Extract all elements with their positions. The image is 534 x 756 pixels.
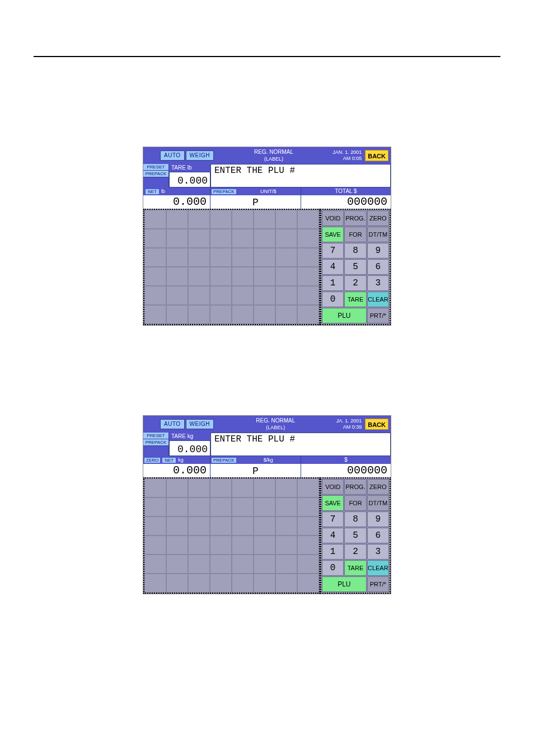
total-label: $ <box>301 456 391 464</box>
tare-label: TARE kg <box>169 433 210 440</box>
key-4[interactable]: 4 <box>322 259 344 275</box>
net-weight-box: ZERO NET kg 0.000 <box>143 456 210 477</box>
page-divider <box>34 56 500 57</box>
plu-key[interactable]: PLU <box>322 308 367 323</box>
zero-key[interactable]: ZERO <box>367 479 389 495</box>
time-text: AM 0:39 <box>336 424 362 430</box>
total-label: TOTAL $ <box>301 187 391 195</box>
net-unit: kg <box>178 457 184 463</box>
scale-screen-kg: AUTO WEIGH REG. NORMAL (LABEL) JA. 1. 20… <box>143 415 391 594</box>
reg-line1: REG. NORMAL <box>256 417 295 424</box>
datetime-label: JAN. 1. 2001 AM 0:05 <box>332 149 362 162</box>
key-5[interactable]: 5 <box>344 259 366 275</box>
prepack-pill: PREPACK <box>143 439 168 446</box>
register-mode-label: REG. NORMAL (LABEL) <box>215 149 332 162</box>
key-8[interactable]: 8 <box>344 511 366 527</box>
void-key[interactable]: VOID <box>322 210 344 226</box>
zero-key[interactable]: ZERO <box>367 210 389 226</box>
date-text: JA. 1. 2001 <box>336 418 362 424</box>
scale-screen-lb: AUTO WEIGH REG. NORMAL (LABEL) JAN. 1. 2… <box>143 147 391 326</box>
unit-price-value: P <box>210 464 301 477</box>
tare-value: 0.000 <box>169 440 210 456</box>
reg-line2: (LABEL) <box>215 156 332 162</box>
key-8[interactable]: 8 <box>344 243 366 259</box>
reg-line1: REG. NORMAL <box>254 149 293 155</box>
total-value: 000000 <box>301 464 391 477</box>
numeric-keypad: VOID PROG. ZERO SAVE FOR DT/TM 7 8 9 4 5… <box>320 209 391 325</box>
datetime-label: JA. 1. 2001 AM 0:39 <box>336 418 362 430</box>
preset-key-grid[interactable] <box>143 477 320 594</box>
auto-button[interactable]: AUTO <box>160 151 185 161</box>
net-value: 0.000 <box>143 464 210 477</box>
plu-key[interactable]: PLU <box>322 576 367 592</box>
tare-box: TARE lb 0.000 <box>169 164 210 187</box>
tare-box: TARE kg 0.000 <box>169 433 210 456</box>
dttm-key[interactable]: DT/TM <box>367 227 389 242</box>
clear-key[interactable]: CLEAR <box>367 560 389 576</box>
key-3[interactable]: 3 <box>367 544 389 560</box>
preset-pill: PRESET <box>143 433 168 439</box>
weigh-button[interactable]: WEIGH <box>186 419 214 429</box>
time-text: AM 0:05 <box>332 156 362 162</box>
plu-prompt: ENTER THE PLU # <box>211 165 390 177</box>
tare-key[interactable]: TARE <box>344 292 366 307</box>
key-9[interactable]: 9 <box>367 511 389 527</box>
auto-button[interactable]: AUTO <box>160 419 185 429</box>
tare-value: 0.000 <box>169 172 210 187</box>
register-mode-label: REG. NORMAL (LABEL) <box>215 417 336 431</box>
unit-price-box: PREPACK $/kg P <box>210 456 301 477</box>
prog-key[interactable]: PROG. <box>344 210 366 226</box>
save-key[interactable]: SAVE <box>322 495 344 511</box>
void-key[interactable]: VOID <box>322 479 344 495</box>
net-unit: lb <box>161 189 165 194</box>
save-key[interactable]: SAVE <box>322 227 344 242</box>
key-1[interactable]: 1 <box>322 544 344 560</box>
clear-key[interactable]: CLEAR <box>367 292 389 307</box>
key-1[interactable]: 1 <box>322 275 344 291</box>
prt-key[interactable]: PRT/* <box>367 308 389 323</box>
header-bar: AUTO WEIGH REG. NORMAL (LABEL) JAN. 1. 2… <box>143 147 391 164</box>
unit-price-label: UNIT/$ <box>236 189 301 194</box>
for-key[interactable]: FOR <box>344 227 366 242</box>
key-3[interactable]: 3 <box>367 275 389 291</box>
weigh-button[interactable]: WEIGH <box>186 151 214 161</box>
zero-pill: ZERO <box>144 458 160 463</box>
preset-prepack-col: PRESET PREPACK <box>143 433 169 456</box>
key-6[interactable]: 6 <box>367 528 389 543</box>
preset-key-grid[interactable] <box>143 209 320 325</box>
for-key[interactable]: FOR <box>344 495 366 511</box>
total-price-box: $ 000000 <box>301 456 391 477</box>
tare-label: TARE lb <box>169 164 210 172</box>
tare-key[interactable]: TARE <box>344 560 366 576</box>
header-bar: AUTO WEIGH REG. NORMAL (LABEL) JA. 1. 20… <box>143 416 391 433</box>
net-value: 0.000 <box>143 195 210 209</box>
back-button[interactable]: BACK <box>365 419 388 430</box>
numeric-keypad: VOID PROG. ZERO SAVE FOR DT/TM 7 8 9 4 5… <box>320 477 391 594</box>
key-0[interactable]: 0 <box>322 560 344 576</box>
key-0[interactable]: 0 <box>322 292 344 307</box>
total-price-box: TOTAL $ 000000 <box>301 187 391 209</box>
key-9[interactable]: 9 <box>367 243 389 259</box>
prepack-pill: PREPACK <box>143 171 168 177</box>
unit-price-box: PREPACK UNIT/$ P <box>210 187 301 209</box>
prepack-pill-2: PREPACK <box>212 189 236 194</box>
plu-prompt: ENTER THE PLU # <box>211 433 390 445</box>
net-weight-box: NET lb 0.000 <box>143 187 210 209</box>
net-pill: NET <box>146 189 159 194</box>
key-7[interactable]: 7 <box>322 243 344 259</box>
unit-price-label: $/kg <box>236 457 301 463</box>
preset-pill: PRESET <box>143 164 168 171</box>
dttm-key[interactable]: DT/TM <box>367 495 389 511</box>
plu-message-area: ENTER THE PLU # <box>210 164 391 187</box>
key-7[interactable]: 7 <box>322 511 344 527</box>
back-button[interactable]: BACK <box>365 150 388 161</box>
plu-message-area: ENTER THE PLU # <box>210 433 391 456</box>
prepack-pill-2: PREPACK <box>212 458 236 463</box>
key-6[interactable]: 6 <box>367 259 389 275</box>
key-5[interactable]: 5 <box>344 528 366 543</box>
key-4[interactable]: 4 <box>322 528 344 543</box>
prog-key[interactable]: PROG. <box>344 479 366 495</box>
prt-key[interactable]: PRT/* <box>367 576 389 592</box>
key-2[interactable]: 2 <box>344 544 366 560</box>
key-2[interactable]: 2 <box>344 275 366 291</box>
